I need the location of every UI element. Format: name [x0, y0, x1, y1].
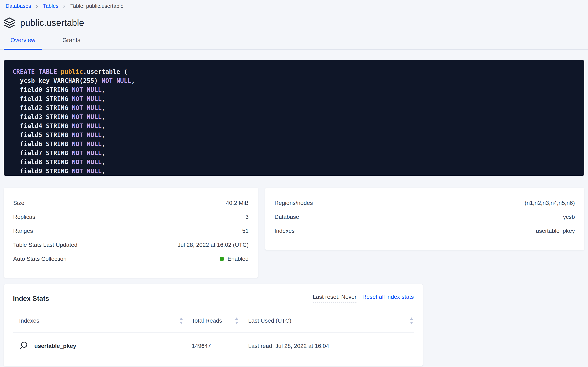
tab-grants[interactable]: Grants [56, 37, 87, 49]
sql-line: field0 STRING NOT NULL, [13, 85, 576, 94]
stat-value: (n1,n2,n3,n4,n5,n6) [525, 200, 575, 206]
column-header-last-used[interactable]: Last Used (UTC) [239, 317, 414, 325]
column-label: Total Reads [192, 317, 222, 324]
column-header-total-reads[interactable]: Total Reads [183, 317, 239, 325]
index-name-cell: usertable_pkey [13, 341, 183, 351]
stat-value: Enabled [220, 256, 248, 262]
stat-row: Auto Stats CollectionEnabled [13, 252, 248, 266]
total-reads-value: 149647 [192, 343, 211, 349]
search-icon [19, 341, 28, 351]
index-table-row: usertable_pkey 149647 Last read: Jul 28,… [13, 333, 414, 360]
index-stats-header: Index Stats Last reset: Never Reset all … [13, 284, 414, 302]
sort-icon[interactable] [234, 317, 239, 325]
breadcrumb-link-tables[interactable]: Tables [43, 3, 58, 9]
sql-code: CREATE TABLE public.usertable ( ycsb_key… [4, 60, 584, 176]
stat-label: Auto Stats Collection [13, 256, 66, 262]
stat-value: 40.2 MiB [226, 200, 249, 206]
stat-label: Size [13, 200, 24, 206]
sql-line: field1 STRING NOT NULL, [13, 94, 576, 103]
sql-line: field8 STRING NOT NULL, [13, 158, 576, 167]
sql-line: ycsb_key VARCHAR(255) NOT NULL, [13, 76, 576, 85]
stat-row: Replicas3 [13, 210, 248, 224]
stat-value: Jul 28, 2022 at 16:02 (UTC) [177, 242, 248, 248]
tab-bar: Overview Grants [0, 37, 588, 50]
index-stats-title: Index Stats [13, 295, 49, 302]
stat-label: Ranges [13, 228, 33, 234]
sql-line: field9 STRING NOT NULL, [13, 167, 576, 176]
index-stats-controls: Last reset: Never Reset all index stats [313, 294, 414, 302]
stat-label: Regions/nodes [274, 200, 313, 206]
sql-line: field2 STRING NOT NULL, [13, 103, 576, 112]
total-reads-cell: 149647 [183, 343, 239, 349]
stat-row: Databaseycsb [274, 210, 575, 224]
sql-line: CREATE TABLE public.usertable ( [13, 67, 576, 76]
index-table-header: Indexes Total Reads Last Used (UTC) [13, 309, 414, 333]
page-title: public.usertable [20, 18, 84, 28]
detail-cards: Size40.2 MiBReplicas3Ranges51Table Stats… [4, 188, 584, 278]
stat-label: Replicas [13, 214, 35, 220]
stat-value: usertable_pkey [536, 228, 575, 234]
column-label: Indexes [19, 317, 39, 324]
last-reset-label: Last reset: Never [313, 294, 356, 302]
stat-row: Indexesusertable_pkey [274, 224, 575, 238]
sql-line: field5 STRING NOT NULL, [13, 131, 576, 140]
sort-icon[interactable] [409, 317, 414, 325]
stat-row: Regions/nodes(n1,n2,n3,n4,n5,n6) [274, 196, 575, 210]
chevron-right-icon [62, 4, 66, 9]
status-dot-icon [220, 257, 224, 261]
chevron-right-icon [35, 4, 39, 9]
last-used-value: Last read: Jul 28, 2022 at 16:04 [248, 343, 329, 349]
column-label: Last Used (UTC) [248, 317, 291, 324]
last-used-cell: Last read: Jul 28, 2022 at 16:04 [239, 343, 414, 349]
sql-line: field7 STRING NOT NULL, [13, 149, 576, 158]
index-stats-card: Index Stats Last reset: Never Reset all … [4, 284, 423, 366]
stat-row: Table Stats Last UpdatedJul 28, 2022 at … [13, 238, 248, 252]
stat-value: ycsb [563, 214, 575, 220]
sql-line: field6 STRING NOT NULL, [13, 140, 576, 149]
breadcrumb-current: Table: public.usertable [70, 3, 124, 9]
column-header-indexes[interactable]: Indexes [13, 317, 183, 325]
stat-label: Indexes [274, 228, 295, 234]
breadcrumb-link-databases[interactable]: Databases [6, 3, 31, 9]
layers-icon [4, 17, 15, 29]
stat-value: 51 [242, 228, 248, 234]
table-details-page: Databases Tables Table: public.usertable… [0, 0, 588, 367]
reset-index-stats-link[interactable]: Reset all index stats [362, 294, 414, 300]
stat-row: Ranges51 [13, 224, 248, 238]
stat-value: 3 [245, 214, 248, 220]
stat-row: Size40.2 MiB [13, 196, 248, 210]
table-info-card: Regions/nodes(n1,n2,n3,n4,n5,n6)Database… [265, 188, 584, 250]
sql-line: field4 STRING NOT NULL, [13, 121, 576, 131]
stat-label: Database [274, 214, 299, 220]
table-stats-card: Size40.2 MiBReplicas3Ranges51Table Stats… [4, 188, 258, 278]
stat-label: Table Stats Last Updated [13, 242, 77, 248]
page-header: public.usertable [4, 17, 588, 29]
sort-icon[interactable] [179, 317, 183, 325]
sql-line: field3 STRING NOT NULL, [13, 112, 576, 121]
index-name: usertable_pkey [34, 343, 76, 349]
breadcrumb: Databases Tables Table: public.usertable [0, 0, 588, 9]
tab-overview[interactable]: Overview [4, 37, 42, 49]
